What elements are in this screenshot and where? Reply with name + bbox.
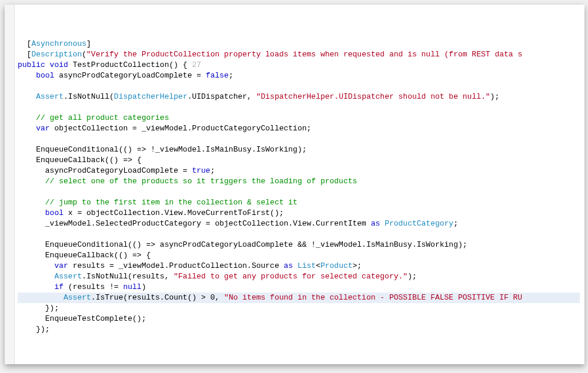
code-line[interactable]: // get all product categories <box>18 113 580 123</box>
code-line[interactable]: Assert.IsTrue(results.Count() > 0, "No i… <box>18 293 580 303</box>
code-line[interactable]: if (results != null) <box>18 282 580 293</box>
code-line[interactable]: EnqueueCallback(() => { <box>18 250 580 261</box>
code-line[interactable]: // select one of the products so it trig… <box>18 176 580 187</box>
code-line[interactable]: bool asyncProdCategoryLoadComplete = fal… <box>18 70 580 81</box>
code-line[interactable] <box>18 134 580 145</box>
code-line[interactable]: // jump to the first item in the collect… <box>18 197 580 208</box>
editor-gutter <box>5 5 15 364</box>
code-line[interactable]: EnqueueConditional(() => !_viewModel.IsM… <box>18 145 580 155</box>
code-body[interactable]: [Asynchronous] [Description("Verify the … <box>18 39 580 335</box>
code-editor[interactable]: [Asynchronous] [Description("Verify the … <box>5 5 584 364</box>
code-line[interactable] <box>18 102 580 113</box>
code-line[interactable]: }); <box>18 303 580 314</box>
code-line[interactable]: asyncProdCategoryLoadComplete = true; <box>18 166 580 176</box>
code-line[interactable]: Assert.IsNotNull(results, "Failed to get… <box>18 271 580 282</box>
code-line[interactable] <box>18 81 580 92</box>
code-line[interactable]: }); <box>18 324 580 335</box>
code-line[interactable]: public void TestProductCollection() { 27 <box>18 60 580 70</box>
code-line[interactable] <box>18 229 580 240</box>
code-line[interactable]: EnqueueTestComplete(); <box>18 314 580 324</box>
code-line[interactable]: Assert.IsNotNull(DispatcherHelper.UIDisp… <box>18 92 580 102</box>
code-line[interactable] <box>18 187 580 197</box>
code-line[interactable]: bool x = objectCollection.View.MoveCurre… <box>18 208 580 219</box>
code-line[interactable]: EnqueueCallback(() => { <box>18 155 580 166</box>
code-line[interactable]: var objectCollection = _viewModel.Produc… <box>18 123 580 134</box>
code-line[interactable]: [Asynchronous] <box>18 39 580 49</box>
code-line[interactable]: var results = _viewModel.ProductCollecti… <box>18 261 580 271</box>
code-line[interactable]: EnqueueConditional(() => asyncProdCatego… <box>18 240 580 250</box>
code-line[interactable]: _viewModel.SelectedProductCategory = obj… <box>18 219 580 229</box>
code-line[interactable]: [Description("Verify the ProductCollecti… <box>18 49 580 60</box>
